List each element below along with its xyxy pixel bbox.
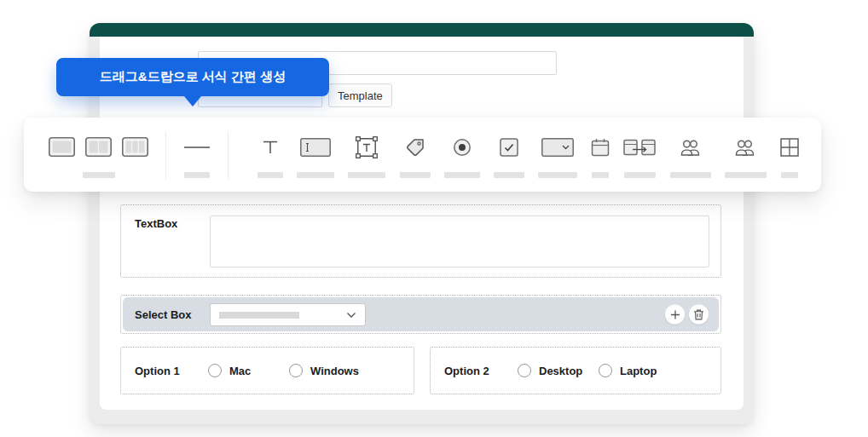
transfer-box-icon	[623, 137, 656, 161]
tag-icon	[405, 137, 425, 161]
tool-label-skeleton	[297, 172, 334, 178]
layout-one-column-icon[interactable]	[49, 137, 75, 160]
radio-button-icon	[452, 137, 472, 161]
tooltip-text: 드래그&드랍으로 서식 간편 생성	[100, 69, 286, 85]
tool-label-skeleton	[592, 172, 609, 178]
layout-three-column-icon[interactable]	[122, 137, 148, 160]
tool-label-skeleton	[184, 172, 210, 178]
card-header-bar	[90, 23, 754, 37]
tool-text-input[interactable]	[297, 132, 334, 178]
tool-divider-line[interactable]	[183, 132, 211, 178]
form-builder-page: Template TextBox Select Box	[0, 0, 868, 437]
tool-tag[interactable]	[400, 132, 431, 178]
radio-circle[interactable]	[599, 364, 612, 377]
textarea-icon	[356, 136, 378, 162]
tool-select-dropdown[interactable]	[538, 132, 577, 178]
tooltip-arrow	[184, 96, 201, 106]
tool-members-group[interactable]	[725, 132, 767, 178]
layout-two-column-icon[interactable]	[85, 137, 112, 160]
template-button[interactable]: Template	[328, 83, 392, 107]
members-icon	[679, 137, 703, 161]
textbox-section[interactable]: TextBox	[120, 204, 721, 278]
select-dropdown[interactable]	[210, 303, 366, 326]
table-grid-icon	[780, 138, 799, 160]
option2-label: Option 2	[444, 365, 489, 377]
trash-icon	[693, 308, 704, 320]
selectbox-label: Select Box	[135, 308, 191, 321]
members-group-icon	[733, 137, 757, 161]
toolbar-divider	[228, 131, 229, 179]
tool-label-skeleton	[624, 172, 656, 178]
tool-label-skeleton	[494, 172, 524, 178]
tool-label-skeleton	[725, 172, 767, 178]
radio-option-laptop[interactable]: Laptop	[599, 364, 657, 377]
tool-text[interactable]	[258, 132, 283, 178]
radio-option-mac[interactable]: Mac	[208, 364, 251, 377]
tool-checkbox[interactable]	[494, 132, 524, 178]
tool-label-skeleton	[538, 172, 577, 178]
selectbox-section-selected[interactable]: Select Box	[120, 295, 721, 334]
tool-radio-button[interactable]	[444, 132, 480, 178]
tool-label-skeleton	[258, 172, 283, 178]
tool-textarea[interactable]	[348, 132, 385, 178]
tool-calendar[interactable]	[591, 132, 610, 178]
select-dropdown-icon	[541, 138, 574, 160]
textbox-label: TextBox	[135, 217, 177, 230]
tool-label-skeleton	[400, 172, 431, 178]
option1-section[interactable]: Option 1 MacWindows	[120, 347, 414, 394]
select-placeholder-skeleton	[219, 312, 299, 319]
tool-label-skeleton	[83, 172, 115, 178]
radio-label: Windows	[310, 365, 359, 377]
text-icon	[260, 137, 281, 161]
tool-members[interactable]	[670, 132, 711, 178]
selectbox-row-highlight: Select Box	[123, 297, 719, 331]
tool-label-skeleton	[444, 172, 480, 178]
tool-label-skeleton	[670, 172, 711, 178]
component-toolbar	[24, 118, 821, 192]
textbox-textarea[interactable]	[210, 216, 709, 267]
radio-circle[interactable]	[208, 364, 222, 377]
tool-table-grid[interactable]	[780, 132, 799, 178]
checkbox-icon	[500, 138, 518, 160]
layout-tool-group	[49, 132, 148, 178]
radio-label: Laptop	[620, 365, 657, 377]
divider-line-icon	[183, 137, 211, 161]
tool-transfer-box[interactable]	[623, 132, 656, 178]
calendar-icon	[591, 138, 610, 160]
delete-row-button[interactable]	[689, 305, 709, 325]
tool-label-skeleton	[781, 172, 798, 178]
option2-section[interactable]: Option 2 DesktopLaptop	[430, 347, 721, 394]
toolbar-divider	[165, 131, 166, 179]
radio-circle[interactable]	[289, 364, 303, 377]
plus-icon	[670, 309, 680, 319]
add-row-button[interactable]	[665, 305, 685, 325]
chevron-down-icon	[346, 312, 356, 319]
radio-label: Desktop	[539, 365, 582, 377]
radio-option-desktop[interactable]: Desktop	[518, 364, 582, 377]
row-actions	[665, 305, 709, 325]
text-input-icon	[300, 138, 331, 160]
tool-label-skeleton	[348, 172, 385, 178]
option1-label: Option 1	[135, 365, 180, 377]
drag-drop-tooltip: 드래그&드랍으로 서식 간편 생성	[56, 58, 329, 96]
radio-label: Mac	[229, 365, 251, 377]
radio-option-windows[interactable]: Windows	[289, 364, 359, 377]
radio-circle[interactable]	[518, 364, 531, 377]
